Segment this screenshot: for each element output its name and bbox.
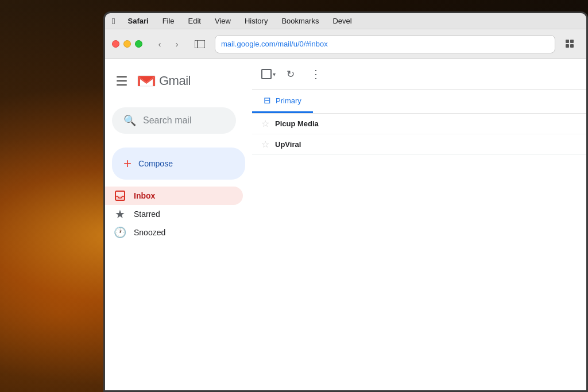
tabs-area: ⊟ Primary — [252, 90, 586, 114]
macos-menubar:  Safari File Edit View History Bookmark… — [105, 13, 586, 29]
gmail-label: Gmail — [159, 73, 191, 88]
primary-tab-label: Primary — [276, 96, 301, 105]
grid-icon — [566, 40, 575, 49]
search-icon: 🔍 — [123, 114, 136, 127]
more-dots-icon: ⋮ — [310, 67, 322, 81]
sidebar-icon — [195, 40, 205, 48]
address-bar[interactable]: mail.google.com/mail/u/0/#inbox — [215, 35, 555, 53]
gmail-main-content: ▾ ↻ ⋮ ⊟ Primary — [252, 59, 586, 390]
select-all-checkbox[interactable]: ▾ — [261, 69, 276, 79]
svg-rect-2 — [566, 40, 569, 43]
browser-window: ‹ › mail.google.com/mail/u/0/#inbox — [105, 29, 586, 390]
search-placeholder-text: Search mail — [143, 115, 191, 126]
compose-plus-icon: + — [123, 156, 131, 172]
back-icon: ‹ — [158, 40, 161, 49]
apple-menu[interactable]:  — [112, 16, 115, 26]
menubar-develop[interactable]: Devel — [330, 15, 354, 26]
browser-content: Gmail 🔍 Search mail + Compose — [105, 59, 586, 390]
inbox-label: Inbox — [134, 191, 155, 200]
nav-item-starred[interactable]: ★ Starred — [105, 205, 243, 223]
hamburger-menu-button[interactable] — [114, 73, 130, 89]
minimize-button[interactable] — [123, 40, 131, 48]
email-star-icon[interactable]: ☆ — [261, 139, 269, 150]
starred-label: Starred — [134, 209, 160, 219]
email-sender-name: Picup Media — [275, 119, 344, 128]
menubar-edit[interactable]: Edit — [186, 15, 203, 26]
url-text: mail.google.com/mail/u/0/#inbox — [221, 40, 328, 48]
email-star-icon[interactable]: ☆ — [261, 118, 269, 129]
menubar-file[interactable]: File — [160, 15, 177, 26]
gmail-search-bar[interactable]: 🔍 Search mail — [112, 107, 236, 134]
refresh-button[interactable]: ↻ — [280, 64, 301, 84]
grid-button[interactable] — [561, 36, 579, 52]
gmail-logo: Gmail — [136, 71, 191, 91]
nav-buttons: ‹ › — [152, 36, 185, 52]
email-sender-name: UpViral — [275, 140, 344, 149]
star-icon: ★ — [114, 208, 126, 220]
maximize-button[interactable] — [135, 40, 142, 48]
menubar-bookmarks[interactable]: Bookmarks — [279, 15, 321, 26]
menubar-view[interactable]: View — [212, 15, 233, 26]
svg-rect-0 — [195, 40, 205, 48]
gmail-m-icon — [136, 71, 157, 91]
dropdown-arrow-icon: ▾ — [273, 71, 276, 77]
inbox-icon — [114, 190, 126, 201]
sidebar-toggle-button[interactable] — [191, 36, 209, 52]
refresh-icon: ↻ — [287, 68, 295, 80]
menubar-safari[interactable]: Safari — [125, 15, 150, 26]
back-button[interactable]: ‹ — [152, 36, 168, 52]
menubar-history[interactable]: History — [242, 15, 270, 26]
browser-toolbar: ‹ › mail.google.com/mail/u/0/#inbox — [105, 29, 586, 59]
svg-rect-5 — [570, 44, 574, 48]
email-row[interactable]: ☆ Picup Media — [252, 114, 586, 134]
nav-item-snoozed[interactable]: 🕐 Snoozed — [105, 223, 243, 242]
laptop-bezel:  Safari File Edit View History Bookmark… — [103, 11, 588, 392]
snoozed-label: Snoozed — [134, 228, 165, 237]
gmail-main-toolbar: ▾ ↻ ⋮ — [252, 59, 586, 90]
forward-icon: › — [176, 40, 179, 49]
email-list: ☆ Picup Media ☆ UpViral — [252, 114, 586, 390]
gmail-sidebar: Gmail 🔍 Search mail + Compose — [105, 59, 252, 390]
traffic-lights — [112, 40, 142, 48]
svg-rect-3 — [570, 40, 574, 43]
nav-item-inbox[interactable]: Inbox — [105, 187, 243, 205]
forward-button[interactable]: › — [169, 36, 185, 52]
more-options-button[interactable]: ⋮ — [305, 64, 326, 84]
gmail-header: Gmail — [105, 64, 252, 103]
checkbox-box — [261, 69, 272, 79]
svg-rect-4 — [566, 44, 569, 48]
primary-tab-icon: ⊟ — [264, 95, 271, 106]
compose-button[interactable]: + Compose — [112, 148, 245, 180]
clock-icon: 🕐 — [114, 227, 126, 238]
nav-items: Inbox ★ Starred 🕐 Snoozed — [105, 187, 252, 242]
compose-label: Compose — [138, 159, 173, 168]
tab-primary[interactable]: ⊟ Primary — [252, 90, 313, 113]
close-button[interactable] — [112, 40, 119, 48]
email-row[interactable]: ☆ UpViral — [252, 134, 586, 155]
